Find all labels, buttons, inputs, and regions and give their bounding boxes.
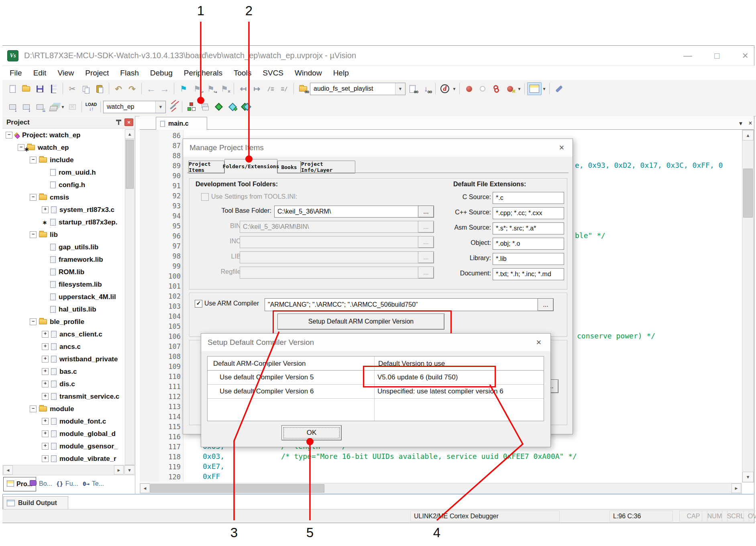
tree-row[interactable]: +bas.c xyxy=(2,365,123,378)
folder-row-input[interactable] xyxy=(240,251,421,263)
folder-browse-button[interactable]: ... xyxy=(418,236,434,248)
navigate-forward-icon[interactable]: → xyxy=(158,83,171,95)
collapse-icon[interactable]: − xyxy=(30,405,37,412)
tree-row[interactable]: +ancs.c xyxy=(2,340,123,353)
collapse-icon[interactable]: − xyxy=(30,231,37,238)
tree-row[interactable]: +dis.c xyxy=(2,378,123,390)
setup-dialog-close-icon[interactable]: × xyxy=(533,337,545,348)
tree-row[interactable]: gap_utils.lib xyxy=(2,241,123,253)
open-file-icon[interactable] xyxy=(19,83,33,95)
collapse-icon[interactable]: − xyxy=(30,318,37,325)
manage-project-items-icon[interactable] xyxy=(185,101,198,113)
dialog-tab-project-info-layer[interactable]: Project Info/Layer xyxy=(301,161,355,173)
ok-button[interactable]: OK xyxy=(281,425,342,440)
maximize-button[interactable]: □ xyxy=(708,46,726,65)
tree-scroll-left-icon[interactable]: ◄ xyxy=(3,465,13,475)
pack-installer-icon[interactable] xyxy=(239,101,253,113)
tree-scroll-thumb[interactable] xyxy=(126,140,134,189)
build-output-tab[interactable]: Build Output xyxy=(3,496,68,509)
tree-row[interactable]: −include xyxy=(2,154,123,166)
compiler-version-option[interactable]: Use default Compiler Version 5 xyxy=(220,373,314,381)
dialog-tab-project-items[interactable]: Project Items xyxy=(188,161,224,173)
tree-row[interactable]: +module_font.c xyxy=(2,415,123,428)
kill-all-breakpoints-icon[interactable]: × xyxy=(503,83,517,95)
dropdown-arrow-icon[interactable]: ▼ xyxy=(60,105,65,109)
tree-row[interactable]: +module_global_d xyxy=(2,428,123,440)
indent-icon[interactable]: ↦ xyxy=(250,83,264,95)
tree-row[interactable]: +ancs_client.c xyxy=(2,328,123,340)
manage-dialog-title-bar[interactable]: Manage Project Items xyxy=(183,139,573,157)
window-layout-icon[interactable] xyxy=(527,82,542,95)
stop-build-icon[interactable]: × xyxy=(65,101,79,113)
folder-browse-button[interactable]: ... xyxy=(418,267,434,279)
expand-icon[interactable]: + xyxy=(42,343,49,350)
editor-scroll-thumb[interactable] xyxy=(743,169,753,218)
tree-row[interactable]: ∗startup_rtl87x3ep. xyxy=(2,216,123,228)
use-tools-ini-checkbox[interactable] xyxy=(201,193,209,201)
tab-list-chevron-icon[interactable]: ▼ xyxy=(736,119,745,127)
folder-row-input[interactable]: C:\keil_5_36\ARM\BIN\ xyxy=(240,221,421,233)
search-text-combo[interactable]: audio_fs_set_playlist▼ xyxy=(310,83,406,95)
arm-compiler-paths-input[interactable]: "ARMCLANG"; ".\ARMCC"; ".\ARMCC_506build… xyxy=(265,298,541,311)
tree-row[interactable]: framework.lib xyxy=(2,253,123,266)
folder-row-input[interactable]: C:\keil_5_36\ARM\ xyxy=(274,206,421,218)
editor-scroll-right-icon[interactable]: ► xyxy=(732,483,741,493)
tree-row[interactable]: −Project: watch_ep xyxy=(2,129,123,141)
expand-icon[interactable]: + xyxy=(42,430,49,437)
new-file-icon[interactable] xyxy=(6,83,19,95)
configure-icon[interactable] xyxy=(552,83,566,95)
menu-item-tools[interactable]: Tools xyxy=(228,69,257,77)
expand-icon[interactable]: + xyxy=(42,381,49,387)
extension-row-input[interactable]: *.s*; *.src; *.a* xyxy=(493,222,564,234)
extension-row-input[interactable]: *.c xyxy=(493,192,564,204)
folder-row-input[interactable] xyxy=(240,236,421,248)
tree-row[interactable]: +system_rtl87x3.c xyxy=(2,204,123,216)
editor-hscroll-thumb[interactable] xyxy=(150,484,324,493)
tree-row[interactable]: filesystem.lib xyxy=(2,278,123,291)
close-button[interactable]: × xyxy=(736,46,754,65)
uncomment-icon[interactable]: ≡/ xyxy=(277,83,291,95)
undo-icon[interactable]: ↶ xyxy=(112,83,125,95)
extension-row-input[interactable]: *.cpp; *.cc; *.cxx xyxy=(493,207,564,219)
enable-disable-breakpoint-icon[interactable] xyxy=(489,83,503,95)
editor-scroll-up-icon[interactable]: ▲ xyxy=(742,130,754,141)
menu-item-file[interactable]: File xyxy=(4,69,28,77)
expand-icon[interactable]: + xyxy=(42,418,49,425)
translate-icon[interactable]: ↓ xyxy=(6,101,19,113)
clear-bookmarks-icon[interactable]: ⚑× xyxy=(218,83,231,95)
menu-item-debug[interactable]: Debug xyxy=(145,69,178,77)
menu-item-project[interactable]: Project xyxy=(79,69,114,77)
tree-row[interactable]: −module xyxy=(2,403,123,415)
run-time-environment-icon[interactable] xyxy=(212,101,226,113)
previous-bookmark-icon[interactable]: ⚑↩ xyxy=(190,83,204,95)
expand-icon[interactable]: + xyxy=(42,393,49,400)
paste-icon[interactable] xyxy=(93,83,106,95)
use-arm-compiler-checkbox[interactable]: ✓ xyxy=(195,300,202,308)
find-icon[interactable]: oo xyxy=(406,83,419,95)
rebuild-icon[interactable]: ↓↓ xyxy=(33,101,47,113)
dialog-tab-books[interactable]: Books xyxy=(277,161,301,173)
next-bookmark-icon[interactable]: ⚑↪ xyxy=(204,83,218,95)
find-in-files-icon[interactable]: oo xyxy=(296,83,310,95)
chevron-down-icon[interactable]: ▼ xyxy=(395,83,405,95)
disable-breakpoint-icon[interactable] xyxy=(476,83,489,95)
tree-row[interactable]: config.h xyxy=(2,179,123,191)
collapse-icon[interactable]: − xyxy=(6,132,12,139)
menu-item-edit[interactable]: Edit xyxy=(28,69,52,77)
dropdown-arrow-icon[interactable]: ▼ xyxy=(452,87,457,91)
setup-dialog-title-bar[interactable]: Setup Default Compiler Version xyxy=(201,334,550,351)
batch-build-icon[interactable] xyxy=(47,101,60,113)
tree-scroll-down-icon[interactable]: ▼ xyxy=(124,465,134,475)
incremental-find-icon[interactable]: ↓oo xyxy=(419,83,433,95)
tree-row[interactable]: ROM.lib xyxy=(2,266,123,278)
panel-tab-fu[interactable]: {}Fu... xyxy=(53,477,82,491)
extension-row-input[interactable]: *.obj; *.o xyxy=(493,238,564,250)
collapse-icon[interactable]: − xyxy=(18,144,24,151)
tree-scroll-up-icon[interactable]: ▲ xyxy=(125,129,134,139)
tree-row[interactable]: −cmsis xyxy=(2,191,123,204)
folder-browse-button[interactable]: ... xyxy=(418,251,434,263)
tree-row[interactable]: upperstack_4M.lil xyxy=(2,291,123,303)
tree-row[interactable]: rom_uuid.h xyxy=(2,166,123,179)
tree-row[interactable]: −∗watch_ep xyxy=(2,141,123,154)
dialog-tab-folders-extensions[interactable]: Folders/Extensions xyxy=(224,159,277,173)
